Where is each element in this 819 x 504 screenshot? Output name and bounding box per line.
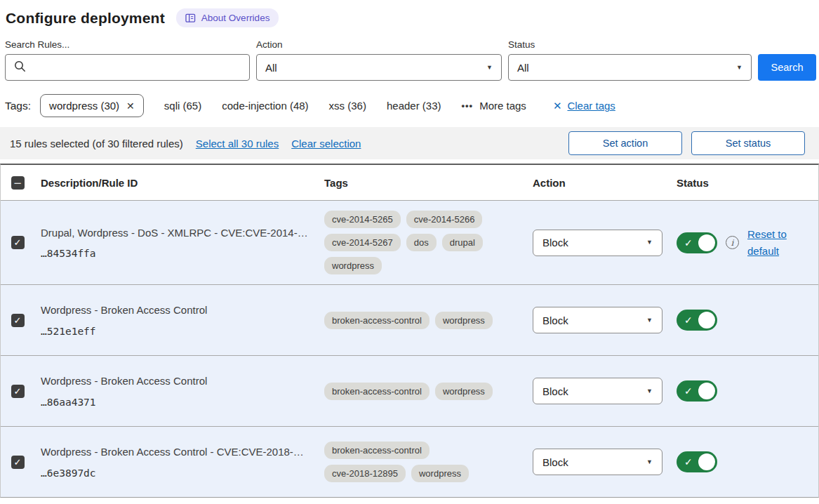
rule-description: Wordpress - Broken Access Control: [41, 303, 318, 317]
table-row: ✓ Wordpress - Broken Access Control - CV…: [1, 426, 818, 497]
rule-tag-list: cve-2014-5265cve-2014-5266cve-2014-5267d…: [318, 211, 526, 274]
indeterminate-icon: ─: [14, 178, 20, 187]
ellipsis-icon: •••: [462, 100, 474, 111]
status-filter-select[interactable]: All ▼: [508, 54, 752, 81]
chevron-down-icon: ▼: [646, 239, 653, 246]
about-overrides-badge[interactable]: About Overrides: [176, 8, 279, 27]
tag-filter[interactable]: header (33): [387, 100, 441, 112]
search-input-wrap: [5, 54, 250, 81]
header-status: Status: [670, 177, 818, 189]
select-all-checkbox[interactable]: ─: [11, 176, 25, 190]
header-action: Action: [526, 177, 670, 189]
status-filter-value: All: [517, 62, 529, 74]
tag-chip: wordpress: [435, 383, 493, 400]
check-icon: ✓: [14, 458, 22, 467]
action-select-value: Block: [542, 456, 568, 468]
action-select[interactable]: Block ▼: [533, 449, 662, 475]
search-icon: [14, 60, 26, 74]
check-icon: ✓: [684, 385, 693, 397]
set-status-button[interactable]: Set status: [691, 131, 805, 155]
selection-bar: 15 rules selected (of 30 filtered rules)…: [0, 127, 819, 159]
rule-id: …84534ffa: [41, 248, 318, 259]
action-filter-label: Action: [256, 39, 502, 50]
check-icon: ✓: [14, 387, 22, 396]
clear-tags-link[interactable]: ✕ Clear tags: [553, 100, 615, 112]
search-input[interactable]: [32, 62, 241, 74]
chevron-down-icon: ▼: [486, 65, 493, 71]
tag-chip: broken-access-control: [324, 442, 430, 459]
status-toggle[interactable]: ✓: [677, 232, 717, 253]
page-title: Configure deployment: [6, 10, 165, 27]
rule-tag-list: broken-access-controlwordpress: [318, 383, 526, 400]
tag-chip: broken-access-control: [324, 312, 430, 329]
row-checkbox[interactable]: ✓: [11, 385, 25, 398]
rule-tag-list: broken-access-controlcve-2018-12895wordp…: [318, 442, 526, 482]
rules-table: ─ Description/Rule ID Tags Action Status…: [0, 164, 819, 498]
tag-chip: wordpress: [435, 312, 493, 329]
set-action-button[interactable]: Set action: [568, 131, 682, 155]
action-select[interactable]: Block ▼: [533, 378, 662, 404]
check-icon: ✓: [684, 314, 693, 326]
info-icon[interactable]: i: [726, 236, 739, 249]
action-filter-select[interactable]: All ▼: [256, 54, 502, 81]
check-icon: ✓: [684, 456, 693, 467]
row-checkbox[interactable]: ✓: [11, 314, 25, 327]
check-icon: ✓: [14, 316, 22, 325]
table-row: ✓ Wordpress - Broken Access Control …521…: [1, 284, 818, 355]
toggle-knob: [698, 383, 715, 399]
row-checkbox[interactable]: ✓: [11, 236, 25, 249]
tag-chip: wordpress: [411, 465, 469, 482]
search-rules-label: Search Rules...: [5, 39, 250, 50]
table-body: ✓ Drupal, Wordpress - DoS - XMLRPC - CVE…: [1, 200, 818, 497]
rule-id: …521e1eff: [41, 326, 318, 337]
tag-chip: dos: [406, 234, 437, 251]
tag-filter-list: sqli (65)code-injection (48)xss (36)head…: [144, 100, 441, 112]
tag-chip: drupal: [442, 234, 483, 251]
action-select[interactable]: Block ▼: [533, 230, 662, 256]
book-icon: [185, 13, 196, 23]
tags-bar: Tags: wordpress (30) ✕ sqli (65)code-inj…: [5, 94, 816, 117]
status-toggle[interactable]: ✓: [677, 451, 717, 472]
selected-tag-label: wordpress (30): [49, 100, 119, 112]
tag-chip: cve-2014-5267: [324, 234, 401, 251]
rule-tag-list: broken-access-controlwordpress: [318, 312, 526, 329]
reset-to-default-link[interactable]: Reset to default: [747, 226, 791, 260]
status-filter-label: Status: [508, 39, 752, 50]
clear-selection-link[interactable]: Clear selection: [291, 138, 361, 150]
clear-tags-label: Clear tags: [567, 100, 615, 112]
about-overrides-label: About Overrides: [201, 13, 270, 23]
toggle-knob: [698, 453, 715, 470]
close-icon: ✕: [553, 100, 562, 112]
chevron-down-icon: ▼: [646, 388, 653, 394]
row-checkbox[interactable]: ✓: [11, 456, 25, 469]
chevron-down-icon: ▼: [646, 317, 653, 324]
header-tags: Tags: [318, 177, 526, 189]
status-toggle[interactable]: ✓: [677, 380, 717, 402]
chevron-down-icon: ▼: [646, 459, 653, 465]
more-tags-label: More tags: [479, 100, 526, 112]
action-select-value: Block: [542, 385, 568, 397]
table-header-row: ─ Description/Rule ID Tags Action Status: [1, 165, 818, 200]
more-tags-button[interactable]: ••• More tags: [462, 100, 526, 112]
page-header: Configure deployment About Overrides: [5, 7, 816, 27]
tag-filter[interactable]: xss (36): [329, 100, 366, 112]
table-row: ✓ Wordpress - Broken Access Control …86a…: [1, 355, 818, 426]
tag-chip: wordpress: [324, 257, 382, 274]
rule-description: Drupal, Wordpress - DoS - XMLRPC - CVE:C…: [41, 226, 318, 240]
action-select[interactable]: Block ▼: [533, 307, 662, 333]
selected-tag-chip[interactable]: wordpress (30) ✕: [40, 94, 144, 117]
tag-filter[interactable]: sqli (65): [164, 100, 201, 112]
search-button[interactable]: Search: [758, 54, 816, 81]
toggle-knob: [698, 312, 715, 329]
remove-tag-icon[interactable]: ✕: [126, 100, 135, 112]
action-select-value: Block: [542, 314, 568, 326]
check-icon: ✓: [684, 237, 693, 248]
chevron-down-icon: ▼: [736, 65, 743, 71]
tag-chip: cve-2018-12895: [324, 465, 406, 482]
action-filter-value: All: [265, 62, 277, 74]
status-toggle[interactable]: ✓: [677, 310, 717, 331]
tag-filter[interactable]: code-injection (48): [222, 100, 308, 112]
action-select-value: Block: [542, 237, 568, 248]
tag-chip: cve-2014-5266: [406, 211, 483, 228]
select-all-link[interactable]: Select all 30 rules: [196, 138, 279, 150]
